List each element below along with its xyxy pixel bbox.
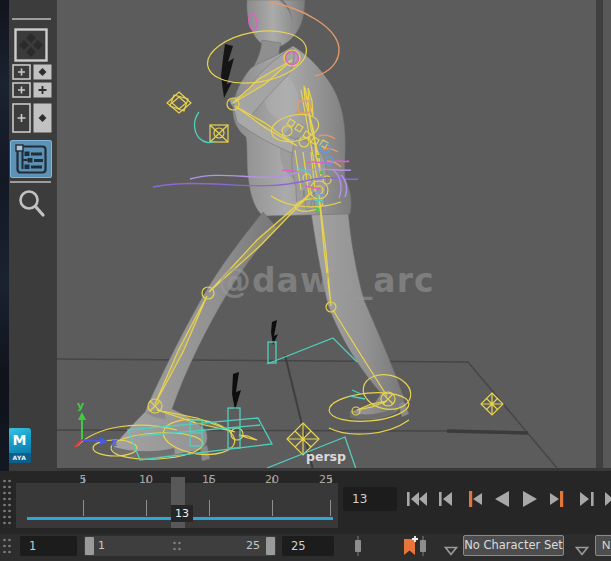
current-frame-field[interactable]	[343, 487, 397, 511]
anim-layer-editor-button-selected[interactable]	[10, 140, 52, 178]
timeline-grip-handle[interactable]	[2, 478, 13, 528]
watermark: @dawn_arc	[218, 261, 434, 300]
range-start-label: 1	[98, 539, 105, 552]
range-start-handle[interactable]	[85, 537, 94, 555]
toolbar-separator	[10, 181, 51, 183]
play-backwards-button[interactable]	[491, 487, 513, 511]
go-to-start-icon	[406, 491, 428, 507]
plus-outline-icon	[12, 64, 31, 80]
axis-gizmo: y z	[75, 399, 117, 449]
axis-y-label: y	[77, 399, 84, 412]
range-end-handle[interactable]	[266, 537, 275, 555]
keyframe-diamonds-icon	[14, 28, 48, 62]
playback-range-slider[interactable]: 1 25	[84, 536, 276, 556]
chevron-down-icon	[444, 546, 458, 556]
frame-tick	[83, 500, 84, 516]
maya-logo: M AYA	[8, 428, 31, 463]
bookmark-add-icon	[402, 535, 420, 557]
diamond-solid-icon	[33, 64, 52, 80]
frame-tick-label: 10	[133, 473, 159, 486]
search-icon	[16, 188, 48, 222]
search-button[interactable]	[16, 188, 48, 222]
frame-tick-label: 20	[259, 473, 285, 486]
axis-z-label: z	[111, 436, 117, 449]
frame-tick-label: 25	[313, 473, 339, 486]
diamond-solid-tall-icon	[33, 103, 52, 133]
step-forward-icon	[578, 491, 596, 507]
frame-tick-label: 5	[70, 473, 96, 486]
range-end-label: 25	[246, 539, 260, 552]
viewport-3d-scene[interactable]: y z persp @dawn_arc	[57, 0, 596, 468]
panel-right-strip	[603, 0, 611, 468]
time-slider-row: 5 10 15 20 25 13	[0, 471, 611, 534]
range-slider-row: 1 25 No Character Set	[0, 534, 611, 561]
set-keyframe-button[interactable]	[14, 28, 48, 62]
maya-window: M AYA	[0, 0, 611, 561]
go-to-end-button[interactable]	[604, 487, 611, 511]
go-to-start-button[interactable]	[406, 487, 428, 511]
desktop-edge-strip	[0, 0, 9, 471]
range-grip-handle[interactable]	[2, 537, 13, 556]
play-backwards-icon	[493, 490, 511, 508]
playback-controls	[406, 486, 611, 512]
maya-logo-text: AYA	[8, 453, 31, 463]
play-forwards-icon	[521, 490, 539, 508]
tall-add-button[interactable]	[12, 103, 31, 133]
secondary-slider[interactable]	[420, 536, 426, 556]
camera-label: persp	[306, 449, 346, 464]
plus-outline-icon	[12, 82, 31, 98]
add-inbetween-button[interactable]	[12, 82, 31, 98]
current-frame-label: 13	[171, 505, 193, 522]
animation-start-field[interactable]	[20, 536, 77, 556]
key-diamond-button[interactable]	[33, 64, 52, 80]
perspective-viewport[interactable]: y z persp @dawn_arc	[57, 0, 596, 468]
frame-tick	[272, 500, 273, 516]
frame-tick	[146, 500, 147, 516]
step-back-key-button[interactable]	[463, 487, 485, 511]
slider-handle[interactable]	[420, 540, 426, 552]
plus-outline-tall-icon	[12, 103, 31, 133]
toolbar-separator	[12, 18, 51, 20]
frame-tick	[330, 500, 331, 516]
plus-solid-icon	[33, 82, 52, 98]
animation-end-field[interactable]	[282, 536, 334, 556]
frame-tick	[209, 500, 210, 516]
next-key-icon	[548, 490, 568, 508]
playback-speed-slider[interactable]	[355, 536, 361, 556]
tall-key-button[interactable]	[33, 103, 52, 133]
character-set-dropdown[interactable]: No Character Set	[463, 535, 564, 556]
viewport-right-edge	[596, 0, 603, 468]
add-key-solid-button[interactable]	[33, 82, 52, 98]
step-back-frame-button[interactable]	[434, 487, 456, 511]
previous-key-icon	[464, 490, 484, 508]
add-bookmark-button[interactable]	[402, 535, 420, 557]
character-set-menu-arrow[interactable]	[444, 541, 458, 560]
go-to-end-icon	[604, 491, 611, 507]
anim-layer-dropdown-clipped[interactable]: N	[595, 535, 611, 556]
head[interactable]	[247, 0, 305, 47]
play-forwards-button[interactable]	[519, 487, 541, 511]
character-mesh[interactable]	[112, 0, 409, 461]
maya-logo-m: M	[8, 428, 31, 453]
frame-tick-label: 15	[196, 473, 222, 486]
anim-layer-menu-arrow[interactable]	[575, 541, 589, 560]
step-back-icon	[436, 491, 454, 507]
step-forward-frame-button[interactable]	[576, 487, 598, 511]
range-center-grip[interactable]	[172, 540, 181, 553]
step-forward-key-button[interactable]	[547, 487, 569, 511]
layer-editor-icon	[13, 143, 49, 175]
slider-handle[interactable]	[355, 540, 361, 552]
add-key-button[interactable]	[12, 64, 31, 80]
chevron-down-icon	[575, 546, 589, 556]
